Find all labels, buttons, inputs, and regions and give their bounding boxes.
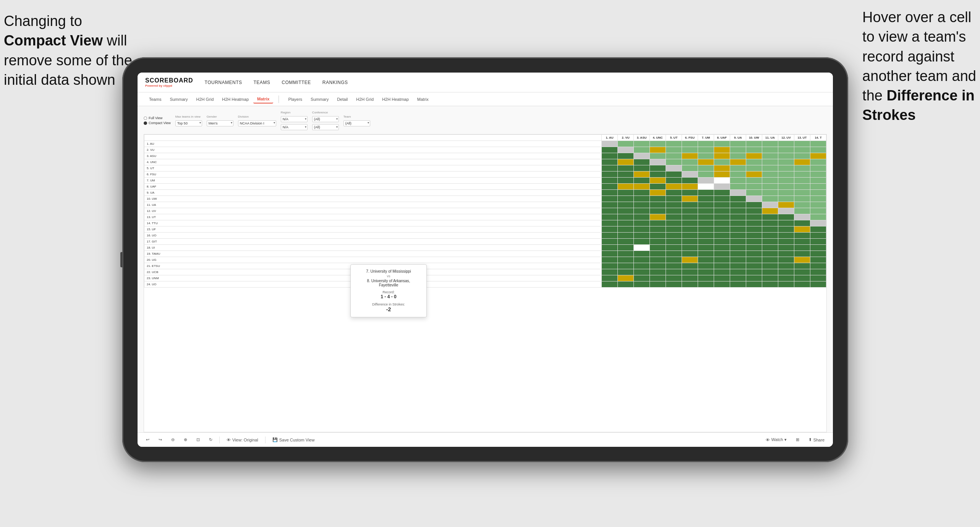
matrix-cell[interactable] [618, 239, 634, 245]
matrix-cell[interactable] [698, 214, 714, 220]
matrix-cell[interactable] [602, 147, 618, 153]
matrix-cell[interactable] [730, 147, 746, 153]
matrix-cell[interactable] [762, 269, 778, 275]
matrix-cell[interactable] [602, 196, 618, 202]
matrix-cell[interactable] [682, 257, 698, 263]
nav-rankings[interactable]: RANKINGS [322, 80, 348, 85]
matrix-cell[interactable] [634, 257, 650, 263]
matrix-cell[interactable] [762, 239, 778, 245]
matrix-cell[interactable] [778, 190, 794, 196]
matrix-cell[interactable] [730, 281, 746, 288]
matrix-cell[interactable] [746, 233, 762, 239]
matrix-cell[interactable] [714, 159, 730, 165]
matrix-cell[interactable] [698, 220, 714, 226]
matrix-cell[interactable] [650, 141, 666, 147]
matrix-cell[interactable] [698, 171, 714, 178]
matrix-cell[interactable] [666, 178, 682, 184]
matrix-cell[interactable] [714, 147, 730, 153]
matrix-cell[interactable] [730, 165, 746, 171]
matrix-cell[interactable] [746, 178, 762, 184]
matrix-cell[interactable] [794, 220, 810, 226]
matrix-cell[interactable] [650, 226, 666, 233]
matrix-cell[interactable] [794, 269, 810, 275]
matrix-cell[interactable] [650, 269, 666, 275]
matrix-cell[interactable] [746, 190, 762, 196]
matrix-cell[interactable] [666, 147, 682, 153]
matrix-cell[interactable] [602, 214, 618, 220]
matrix-cell[interactable] [666, 184, 682, 190]
matrix-cell[interactable] [730, 233, 746, 239]
matrix-cell[interactable] [730, 220, 746, 226]
matrix-cell[interactable] [714, 226, 730, 233]
matrix-cell[interactable] [618, 196, 634, 202]
matrix-cell[interactable] [682, 171, 698, 178]
matrix-cell[interactable] [650, 159, 666, 165]
toolbar-view-original[interactable]: 👁 View: Original [224, 436, 261, 443]
matrix-cell[interactable] [634, 208, 650, 214]
matrix-cell[interactable] [602, 281, 618, 288]
matrix-cell[interactable] [602, 190, 618, 196]
matrix-cell[interactable] [650, 202, 666, 208]
matrix-cell[interactable] [634, 147, 650, 153]
matrix-cell[interactable] [634, 159, 650, 165]
matrix-cell[interactable] [746, 214, 762, 220]
matrix-cell[interactable] [714, 165, 730, 171]
matrix-cell[interactable] [634, 275, 650, 281]
matrix-cell[interactable] [682, 184, 698, 190]
matrix-cell[interactable] [714, 220, 730, 226]
matrix-cell[interactable] [602, 269, 618, 275]
matrix-cell[interactable] [682, 226, 698, 233]
matrix-cell[interactable] [730, 239, 746, 245]
matrix-cell[interactable] [810, 202, 826, 208]
matrix-cell[interactable] [746, 275, 762, 281]
matrix-cell[interactable] [714, 196, 730, 202]
matrix-cell[interactable] [698, 202, 714, 208]
matrix-cell[interactable] [634, 233, 650, 239]
matrix-cell[interactable] [698, 233, 714, 239]
matrix-cell[interactable] [730, 196, 746, 202]
matrix-cell[interactable] [650, 196, 666, 202]
matrix-cell[interactable] [602, 275, 618, 281]
matrix-cell[interactable] [666, 275, 682, 281]
matrix-cell[interactable] [602, 251, 618, 257]
matrix-cell[interactable] [794, 147, 810, 153]
matrix-cell[interactable] [810, 269, 826, 275]
matrix-cell[interactable] [794, 263, 810, 269]
matrix-cell[interactable] [730, 202, 746, 208]
matrix-cell[interactable] [794, 190, 810, 196]
matrix-cell[interactable] [810, 275, 826, 281]
matrix-cell[interactable] [794, 196, 810, 202]
matrix-cell[interactable] [778, 141, 794, 147]
matrix-cell[interactable] [714, 214, 730, 220]
matrix-cell[interactable] [778, 208, 794, 214]
matrix-cell[interactable] [730, 214, 746, 220]
matrix-cell[interactable] [794, 275, 810, 281]
matrix-cell[interactable] [682, 233, 698, 239]
matrix-cell[interactable] [778, 202, 794, 208]
matrix-cell[interactable] [650, 275, 666, 281]
toolbar-undo[interactable]: ↩ [144, 436, 152, 443]
matrix-cell[interactable] [634, 141, 650, 147]
matrix-cell[interactable] [762, 190, 778, 196]
tab-teams[interactable]: Teams [145, 95, 165, 103]
matrix-cell[interactable] [666, 269, 682, 275]
tab-h2h-grid-1[interactable]: H2H Grid [192, 95, 217, 103]
radio-compact-view[interactable]: Compact View [144, 121, 171, 125]
tab-summary-2[interactable]: Summary [307, 95, 332, 103]
matrix-cell[interactable] [810, 159, 826, 165]
matrix-cell[interactable] [762, 226, 778, 233]
matrix-cell[interactable] [698, 251, 714, 257]
toolbar-redo[interactable]: ↪ [156, 436, 164, 443]
matrix-cell[interactable] [682, 159, 698, 165]
matrix-cell[interactable] [634, 251, 650, 257]
matrix-cell[interactable] [714, 233, 730, 239]
matrix-cell[interactable] [698, 178, 714, 184]
matrix-cell[interactable] [778, 184, 794, 190]
matrix-cell[interactable] [762, 196, 778, 202]
matrix-cell[interactable] [698, 208, 714, 214]
matrix-cell[interactable] [650, 251, 666, 257]
matrix-cell[interactable] [698, 239, 714, 245]
matrix-cell[interactable] [666, 141, 682, 147]
matrix-cell[interactable] [762, 141, 778, 147]
matrix-cell[interactable] [778, 147, 794, 153]
